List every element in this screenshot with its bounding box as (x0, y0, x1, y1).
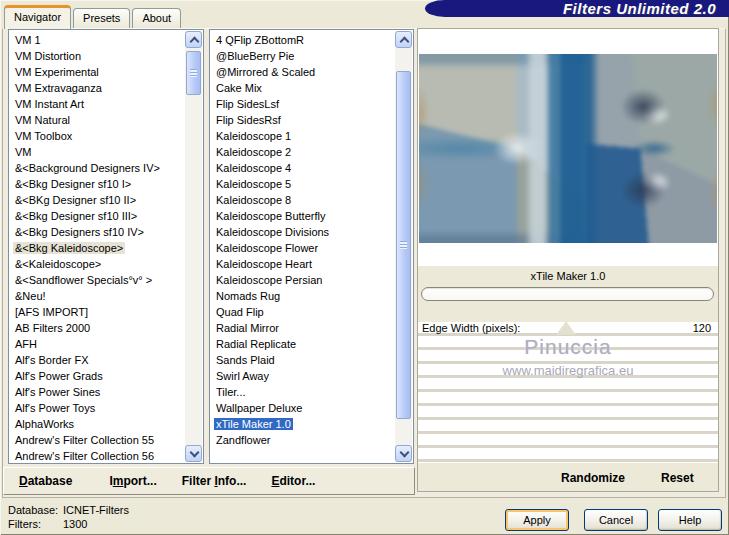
watermark-name: Pinuccia (418, 335, 718, 359)
category-list-rows: VM 1VM DistortionVM ExperimentalVM Extra… (10, 32, 185, 462)
help-button[interactable]: Help (658, 509, 722, 531)
edge-width-value: 120 (693, 322, 711, 334)
cancel-button[interactable]: Cancel (584, 509, 648, 531)
list-item[interactable]: VM (10, 144, 185, 160)
list-item[interactable]: Nomads Rug (211, 288, 395, 304)
list-item[interactable]: &<BKg Designer sf10 II> (10, 192, 185, 208)
list-item[interactable]: Cake Mix (211, 80, 395, 96)
menu-editor[interactable]: Editor... (271, 474, 315, 488)
list-item[interactable]: Kaleidoscope 2 (211, 144, 395, 160)
slider-thumb[interactable] (556, 321, 576, 335)
menu-filter-info[interactable]: Filter Info... (182, 474, 247, 488)
scrollbar-thumb[interactable] (186, 51, 201, 95)
list-item[interactable]: xTile Maker 1.0 (211, 416, 395, 432)
filter-list-scrollbar[interactable] (395, 31, 412, 462)
edge-width-slider-row[interactable]: Edge Width (pixels): 120 (418, 322, 718, 335)
chevron-down-icon (400, 448, 410, 458)
category-list-scrollbar[interactable] (185, 31, 202, 462)
filter-list-rows: 4 QFlip ZBottomR@BlueBerry Pie@Mirrored … (211, 32, 395, 462)
chevron-up-icon (190, 37, 200, 47)
list-item[interactable]: Alf's Border FX (10, 352, 185, 368)
filter-preview-panel: xTile Maker 1.0 Edge Width (pixels): 120… (417, 28, 719, 492)
list-item[interactable]: Tiler... (211, 384, 395, 400)
list-item[interactable]: Andrew's Filter Collection 55 (10, 432, 185, 448)
list-item[interactable]: &<Sandflower Specials°v° > (10, 272, 185, 288)
list-item[interactable]: Flip SidesLsf (211, 96, 395, 112)
list-item[interactable]: VM 1 (10, 32, 185, 48)
preview-progress-bar (421, 287, 714, 301)
tab-bar: Navigator Presets About (4, 5, 183, 28)
list-item[interactable]: VM Distortion (10, 48, 185, 64)
chevron-down-icon (190, 448, 200, 458)
selected-filter-title: xTile Maker 1.0 (418, 266, 718, 287)
list-item[interactable]: Wallpaper Deluxe (211, 400, 395, 416)
list-item[interactable]: Radial Mirror (211, 320, 395, 336)
list-item[interactable]: Sands Plaid (211, 352, 395, 368)
list-item[interactable]: Kaleidoscope Heart (211, 256, 395, 272)
tab-navigator[interactable]: Navigator (4, 5, 71, 29)
list-item[interactable]: VM Toolbox (10, 128, 185, 144)
list-item[interactable]: @Mirrored & Scaled (211, 64, 395, 80)
menu-database[interactable]: Database (19, 474, 72, 488)
preview-image (419, 54, 717, 243)
list-item[interactable]: &<Background Designers IV> (10, 160, 185, 176)
list-item[interactable]: Kaleidoscope Divisions (211, 224, 395, 240)
panel-actions-row: Randomize Reset (418, 463, 718, 491)
category-list[interactable]: VM 1VM DistortionVM ExperimentalVM Extra… (8, 29, 204, 464)
list-item[interactable]: Flip SidesRsf (211, 112, 395, 128)
list-item[interactable]: Swirl Away (211, 368, 395, 384)
list-item[interactable]: VM Experimental (10, 64, 185, 80)
list-item[interactable]: Kaleidoscope 8 (211, 192, 395, 208)
apply-button[interactable]: Apply (505, 509, 569, 531)
list-item[interactable]: &<Kaleidoscope> (10, 256, 185, 272)
bottom-menu-bar: Database Import... Filter Info... Editor… (3, 467, 415, 495)
list-item[interactable]: Alf's Power Toys (10, 400, 185, 416)
list-item[interactable]: &<Bkg Designer sf10 I> (10, 176, 185, 192)
list-item[interactable]: Kaleidoscope 4 (211, 160, 395, 176)
scroll-down-button[interactable] (185, 445, 202, 462)
list-item[interactable]: Kaleidoscope 5 (211, 176, 395, 192)
kaleidoscope-render (419, 54, 717, 243)
list-item[interactable]: VM Instant Art (10, 96, 185, 112)
reset-button[interactable]: Reset (661, 471, 694, 485)
tab-about[interactable]: About (132, 8, 181, 28)
list-item[interactable]: Kaleidoscope Flower (211, 240, 395, 256)
list-item[interactable]: [AFS IMPORT] (10, 304, 185, 320)
scrollbar-grip-icon (400, 241, 407, 249)
list-item[interactable]: Kaleidoscope Butterfly (211, 208, 395, 224)
scroll-down-button[interactable] (395, 445, 412, 462)
scroll-up-button[interactable] (395, 31, 412, 48)
scrollbar-thumb[interactable] (396, 71, 411, 419)
list-item[interactable]: Alf's Power Sines (10, 384, 185, 400)
list-item[interactable]: 4 QFlip ZBottomR (211, 32, 395, 48)
list-item[interactable]: Alf's Power Grads (10, 368, 185, 384)
filter-list[interactable]: 4 QFlip ZBottomR@BlueBerry Pie@Mirrored … (209, 29, 414, 464)
list-item[interactable]: Kaleidoscope 1 (211, 128, 395, 144)
randomize-button[interactable]: Randomize (561, 471, 625, 485)
list-item[interactable]: &<Bkg Kaleidoscope> (10, 240, 185, 256)
list-item[interactable]: @BlueBerry Pie (211, 48, 395, 64)
list-item[interactable]: VM Extravaganza (10, 80, 185, 96)
list-item[interactable]: Andrew's Filter Collection 56 (10, 448, 185, 462)
list-item[interactable]: Radial Replicate (211, 336, 395, 352)
list-item[interactable]: &<Bkg Designers sf10 IV> (10, 224, 185, 240)
scroll-up-button[interactable] (185, 31, 202, 48)
list-item[interactable]: &<Bkg Designer sf10 III> (10, 208, 185, 224)
list-item[interactable]: Kaleidoscope Persian (211, 272, 395, 288)
database-label: Database: (8, 503, 63, 517)
chevron-up-icon (400, 37, 410, 47)
list-item[interactable]: AlphaWorks (10, 416, 185, 432)
tab-presets[interactable]: Presets (73, 8, 130, 28)
list-item[interactable]: Zandflower (211, 432, 395, 448)
title-banner: Filters Unlimited 2.0 (425, 0, 729, 17)
watermark-site: www.maidiregrafica.eu (418, 363, 718, 378)
list-item[interactable]: AFH (10, 336, 185, 352)
filters-unlimited-dialog: Filters Unlimited 2.0 Navigator Presets … (0, 0, 729, 535)
list-item[interactable]: VM Natural (10, 112, 185, 128)
list-item[interactable]: Quad Flip (211, 304, 395, 320)
filters-count-value: 1300 (63, 517, 129, 531)
menu-import[interactable]: Import... (109, 474, 156, 488)
list-item[interactable]: AB Filters 2000 (10, 320, 185, 336)
database-value: ICNET-Filters (63, 503, 129, 517)
list-item[interactable]: &Neu! (10, 288, 185, 304)
